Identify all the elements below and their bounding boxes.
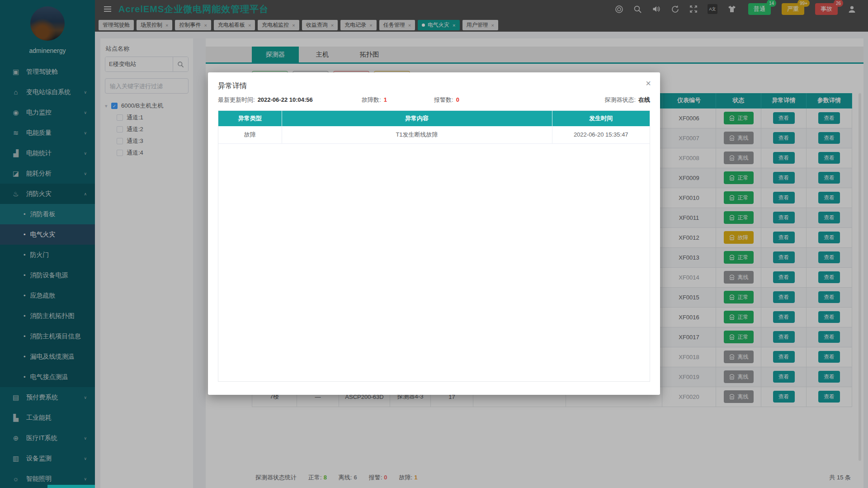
updated-value: 2022-06-22 10:04:56 [258,96,313,103]
detector-status-value: 在线 [638,96,650,103]
exception-detail-modal: × 异常详情 最新更新时间:2022-06-22 10:04:56 故障数:1 … [208,72,660,395]
exception-table-body: 故障T1发生断线故障2022-06-20 15:35:47 [218,126,650,143]
modal-info-row: 最新更新时间:2022-06-22 10:04:56 故障数:1 报警数:0 探… [218,96,650,105]
fault-count-label: 故障数: [362,96,381,103]
detector-status-label: 探测器状态: [604,96,636,103]
exception-col-header: 发生时间 [552,111,650,126]
exception-table-wrap: 异常类型异常内容发生时间 故障T1发生断线故障2022-06-20 15:35:… [218,110,650,382]
app-window: adminenergy ▣管理驾驶舱⌂变电站综自系统∨◉电力监控∨≋电能质量∨▟… [0,0,868,488]
exception-cell: 故障 [218,126,282,143]
exception-col-header: 异常类型 [218,111,282,126]
alarm-count-label: 报警数: [434,96,453,103]
close-icon[interactable]: × [646,79,651,88]
alarm-count-value: 0 [456,96,459,103]
fault-count-value: 1 [384,96,387,103]
exception-table: 异常类型异常内容发生时间 故障T1发生断线故障2022-06-20 15:35:… [218,111,650,144]
exception-cell: T1发生断线故障 [282,126,552,143]
modal-title: 异常详情 [218,81,247,91]
exception-cell: 2022-06-20 15:35:47 [552,126,650,143]
exception-col-header: 异常内容 [282,111,552,126]
exception-table-header-row: 异常类型异常内容发生时间 [218,111,650,126]
updated-label: 最新更新时间: [218,96,255,103]
exception-row: 故障T1发生断线故障2022-06-20 15:35:47 [218,126,650,143]
